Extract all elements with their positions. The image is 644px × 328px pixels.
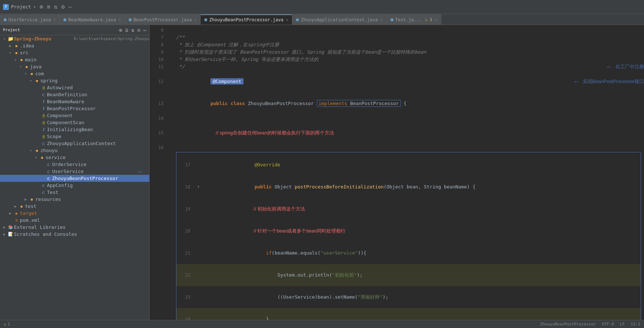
tree-label-scope: Scope (47, 134, 149, 139)
tab-beannameaware[interactable]: BeanNameAware.java × (60, 14, 125, 25)
tree-label-zhouyubpp: ZhouyuBeanPostProcessor (52, 176, 149, 181)
folder-icon-service: ▪ (39, 155, 45, 160)
folder-icon-src: ▪ (13, 50, 20, 55)
tree-item-appconfig[interactable]: C AppConfig (0, 182, 149, 189)
file-icon-scope: @ (40, 134, 47, 139)
tab-test[interactable]: Test.ja... ⚠ 1 × (387, 14, 442, 25)
sort-icon[interactable]: ⇅ (54, 3, 58, 10)
settings-icon[interactable]: ⚙ (61, 3, 65, 10)
line-num-22: 22 (176, 271, 194, 279)
annotation-override-1: @Override (243, 162, 281, 167)
folder-icon-main: ▪ (18, 57, 25, 62)
sidebar-actions: ⊕ ≡ ⇅ ⚙ — (119, 27, 146, 33)
sidebar-layout-icon[interactable]: ≡ (125, 27, 128, 33)
tree-item-beanpostprocessor[interactable]: I BeanPostProcessor (0, 105, 149, 112)
tree-item-userservice[interactable]: C UserService ↗ (0, 168, 149, 175)
tree-item-resources[interactable]: ▶ ▪ resources (0, 196, 149, 203)
callout-impl-arrow: ← (573, 78, 580, 85)
tree-path-root: D:\work\workspace\Spring-Zhouyu (74, 36, 149, 41)
tab-close-userservice[interactable]: × (54, 17, 56, 22)
line-content-20: // 针对一个bean或者多个bean同时处理都行 (203, 220, 641, 242)
file-icon-beanpostprocessor: I (40, 106, 47, 111)
line-num-16: 16 (150, 144, 167, 151)
tree-arrow-java: ▾ (18, 65, 23, 69)
code-content: 6 7 /** 8 * 加上 @Component 注解，在spring中注册 (150, 26, 644, 320)
tab-close-zhouyuapplicationcontext[interactable]: × (380, 17, 383, 22)
code-line-17: 17 @Override (176, 154, 641, 176)
code-line-14: 14 (150, 115, 644, 122)
tab-zhouyubeanpostprocessor[interactable]: ZhouyuBeanPostProcessor.java × (201, 14, 292, 25)
line-num-18: 18 (176, 183, 194, 191)
layout-icon[interactable]: ≡ (47, 3, 51, 10)
tree-item-orderservice[interactable]: C OrderService (0, 161, 149, 168)
tree-item-main[interactable]: ▾ ▪ main (0, 56, 149, 63)
annotation-component-tag: @Component (211, 78, 244, 84)
file-icon-initializingbean: I (40, 127, 47, 132)
tree-label-external-libs: External Libraries (14, 224, 149, 230)
add-icon[interactable]: ⊕ (40, 3, 43, 10)
tree-item-idea[interactable]: ▶ ▪ .idea (0, 42, 149, 49)
tree-label-idea: .idea (20, 43, 149, 48)
tab-close-test[interactable]: × (435, 17, 438, 22)
status-bar: ⚠ 1 ZhouyuBeanPostProcessor UTF-8 LF 13:… (0, 320, 644, 328)
tree-root[interactable]: ▾ 📁 Spring-Zhouyu D:\work\workspace\Spri… (0, 35, 149, 42)
tab-beanpostprocessor[interactable]: BeanPostProcessor.java × (125, 14, 201, 25)
line-num-20: 20 (176, 227, 194, 235)
dropdown-arrow[interactable]: ▾ (33, 4, 36, 10)
minimize-icon[interactable]: — (69, 3, 72, 10)
folder-icon-idea: ▪ (13, 43, 20, 48)
tree-item-beandefinition[interactable]: C BeanDefinition (0, 91, 149, 98)
code-line-24: 24 } (176, 308, 641, 320)
tree-label-src: src (20, 50, 149, 55)
kw-implements: implements (319, 101, 350, 106)
file-icon-pomxml: m (13, 218, 20, 222)
tree-item-scratches[interactable]: ▶ 📝 Scratches and Consoles (0, 231, 149, 238)
line-num-10: 10 (150, 56, 167, 63)
sidebar-gear-icon[interactable]: ⚙ (137, 27, 140, 33)
tab-userservice[interactable]: UserService.java × (0, 14, 60, 25)
tree-item-zhouyubpp[interactable]: C ZhouyuBeanPostProcessor (0, 175, 149, 182)
tree-label-target: target (20, 210, 149, 216)
code-if-21: if(beanName.equals("userService")){ (243, 250, 367, 256)
tree-label-beandefinition: BeanDefinition (47, 92, 149, 97)
code-scroll-area[interactable]: 6 7 /** 8 * 加上 @Component 注解，在spring中注册 (150, 25, 644, 320)
code-close-if-24: } (243, 316, 269, 320)
folder-icon-test-dir: ▪ (18, 203, 25, 209)
tree-item-test-dir[interactable]: ▶ ▪ test (0, 203, 149, 210)
class-brace: { (401, 101, 407, 106)
tree-item-component[interactable]: @ Component (0, 112, 149, 119)
tree-item-src[interactable]: ▾ ▪ src (0, 49, 149, 56)
sidebar-add-icon[interactable]: ⊕ (119, 27, 122, 33)
project-label: Project (11, 4, 31, 10)
tree-item-com[interactable]: ▾ ▪ com (0, 70, 149, 77)
tab-close-zhouyubeanpostprocessor[interactable]: × (286, 18, 289, 22)
main-layout: Project ⊕ ≡ ⇅ ⚙ — ▾ 📁 Spring-Zhouyu D:\w… (0, 25, 644, 320)
tab-zhouyuapplicationcontext[interactable]: ZhouyuApplicationContext.java × (292, 14, 387, 25)
tab-close-beannameaware[interactable]: × (118, 17, 121, 22)
line-num-17: 17 (176, 161, 194, 169)
tab-label-test: Test.ja... (395, 17, 422, 22)
code-line-10: 10 * 和UserService不一样, Spring 等会还要来调用这个方法… (150, 56, 644, 63)
tab-icon-beanpostprocessor (129, 18, 132, 21)
tree-item-target[interactable]: ▶ ▪ target (0, 210, 149, 217)
tree-item-zhouyuappcontext[interactable]: C ZhouyuApplicationContext (0, 140, 149, 147)
tree-item-zhouyu[interactable]: ▾ ▪ zhouyu (0, 147, 149, 154)
tree-item-initializingbean[interactable]: I InitializingBean (0, 126, 149, 133)
sidebar-close-icon[interactable]: — (143, 27, 146, 33)
tree-item-test-file[interactable]: C Test (0, 189, 149, 196)
line-content-17: @Override (203, 154, 641, 176)
tree-item-componentscan[interactable]: @ ComponentScan (0, 119, 149, 126)
tree-label-spring: spring (40, 78, 149, 83)
tab-close-beanpostprocessor[interactable]: × (194, 17, 197, 22)
tree-item-service[interactable]: ▾ ▪ service (0, 154, 149, 161)
tree-item-autowired[interactable]: @ Autowired (0, 84, 149, 91)
tree-item-beannameaware[interactable]: I BeanNameAware (0, 98, 149, 105)
line-content-21: if(beanName.equals("userService")){ (203, 242, 641, 264)
sidebar-sort-icon[interactable]: ⇅ (131, 27, 134, 33)
status-bar-right: ZhouyuBeanPostProcessor UTF-8 LF 13:1 (540, 322, 640, 327)
tree-item-external-libs[interactable]: ▶ 📚 External Libraries (0, 224, 149, 231)
tree-item-scope[interactable]: @ Scope (0, 133, 149, 140)
tree-item-pomxml[interactable]: m pom.xml (0, 217, 149, 224)
tree-item-spring[interactable]: ▾ ▪ spring (0, 77, 149, 84)
tree-item-java[interactable]: ▾ ▪ java (0, 63, 149, 70)
